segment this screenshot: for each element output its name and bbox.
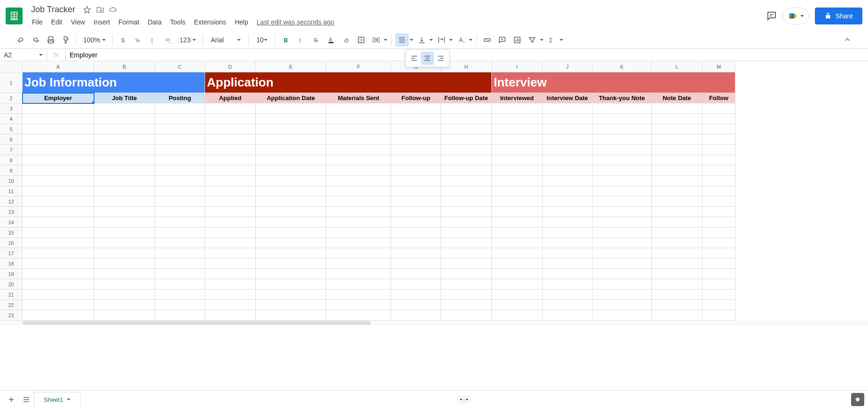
sheet-tab[interactable]: Sheet1 (34, 392, 80, 407)
cell[interactable] (155, 134, 205, 145)
cell[interactable] (543, 124, 592, 134)
cell[interactable] (543, 259, 592, 269)
cell[interactable] (326, 134, 391, 145)
cell[interactable] (492, 269, 543, 279)
row-header[interactable]: 18 (0, 259, 23, 269)
cell[interactable] (492, 279, 543, 290)
cell[interactable] (702, 248, 735, 259)
cell[interactable] (256, 300, 326, 310)
header-cell[interactable]: Materials Sent (326, 93, 391, 103)
header-cell[interactable]: Employer (23, 93, 94, 103)
cell[interactable] (492, 165, 543, 176)
cell[interactable] (326, 310, 391, 321)
cell[interactable] (155, 300, 205, 310)
cell[interactable] (391, 248, 441, 259)
explore-button[interactable] (851, 393, 864, 406)
cell[interactable] (702, 290, 735, 300)
cell[interactable] (94, 145, 155, 155)
cell[interactable] (205, 228, 256, 238)
cell[interactable] (23, 217, 94, 228)
col-header[interactable]: C (155, 61, 205, 72)
cell[interactable] (652, 207, 702, 217)
cell[interactable] (592, 186, 652, 196)
cell[interactable] (592, 165, 652, 176)
cell[interactable] (23, 279, 94, 290)
insert-link-button[interactable] (481, 33, 494, 47)
cell[interactable] (256, 259, 326, 269)
cell[interactable] (592, 134, 652, 145)
cell[interactable] (543, 114, 592, 124)
row-header[interactable]: 15 (0, 228, 23, 238)
cell[interactable] (205, 165, 256, 176)
cell[interactable] (543, 186, 592, 196)
menu-help[interactable]: Help (231, 16, 252, 28)
move-icon[interactable] (96, 6, 104, 14)
cell[interactable] (592, 207, 652, 217)
cell[interactable] (326, 300, 391, 310)
cell[interactable] (592, 238, 652, 248)
cell[interactable] (94, 186, 155, 196)
cell[interactable] (441, 196, 492, 207)
increase-decimal-button[interactable]: .00 (162, 33, 175, 47)
cell[interactable] (23, 248, 94, 259)
percent-button[interactable]: % (132, 33, 145, 47)
formula-input[interactable] (66, 51, 868, 59)
cell[interactable] (543, 207, 592, 217)
cell[interactable] (94, 228, 155, 238)
cell[interactable] (94, 165, 155, 176)
header-cell[interactable]: Posting (155, 93, 205, 103)
cell[interactable] (702, 124, 735, 134)
cell[interactable] (256, 114, 326, 124)
strikethrough-button[interactable]: S (309, 33, 323, 47)
cell[interactable] (391, 238, 441, 248)
header-cell[interactable]: Follow-up Date (441, 93, 492, 103)
fill-color-button[interactable] (339, 33, 353, 47)
cell[interactable] (441, 114, 492, 124)
row-header[interactable]: 6 (0, 134, 23, 145)
undo-button[interactable] (14, 33, 27, 47)
header-cell[interactable]: Interview Date (543, 93, 592, 103)
row-header[interactable]: 2 (0, 93, 23, 103)
row-header[interactable]: 22 (0, 300, 23, 310)
cell[interactable] (441, 290, 492, 300)
cell[interactable] (702, 176, 735, 186)
header-cell[interactable]: Follow-up (391, 93, 441, 103)
cell[interactable] (94, 217, 155, 228)
cell[interactable] (391, 186, 441, 196)
cell[interactable] (492, 103, 543, 114)
collapse-toolbar-button[interactable] (841, 33, 854, 47)
cell[interactable] (702, 165, 735, 176)
row-header[interactable]: 21 (0, 290, 23, 300)
add-sheet-button[interactable] (4, 392, 19, 407)
cell[interactable] (205, 124, 256, 134)
cell[interactable] (652, 124, 702, 134)
filter-button[interactable] (526, 33, 539, 47)
cell[interactable] (94, 259, 155, 269)
cell[interactable] (391, 114, 441, 124)
cell[interactable] (205, 114, 256, 124)
header-cell[interactable]: Note Date (652, 93, 702, 103)
cell[interactable] (256, 176, 326, 186)
cell[interactable] (391, 259, 441, 269)
cell[interactable] (326, 145, 391, 155)
zoom-select[interactable]: 100% (80, 36, 109, 44)
cell[interactable] (94, 310, 155, 321)
cell[interactable] (492, 259, 543, 269)
cell[interactable] (155, 207, 205, 217)
cell[interactable] (492, 228, 543, 238)
sheet-grid[interactable]: ABCDEFGHIJKLM1Job InformationApplication… (0, 61, 868, 390)
cell[interactable] (592, 176, 652, 186)
cell[interactable] (543, 103, 592, 114)
cell[interactable] (652, 290, 702, 300)
cell[interactable] (94, 248, 155, 259)
cell[interactable] (205, 176, 256, 186)
italic-button[interactable]: I (294, 33, 308, 47)
cell[interactable] (492, 114, 543, 124)
scroll-right-button[interactable]: ► (464, 396, 471, 403)
cell[interactable] (492, 300, 543, 310)
cell[interactable] (441, 145, 492, 155)
cell[interactable] (256, 248, 326, 259)
row-header[interactable]: 20 (0, 279, 23, 290)
cell[interactable] (492, 145, 543, 155)
col-header[interactable]: L (652, 61, 702, 72)
